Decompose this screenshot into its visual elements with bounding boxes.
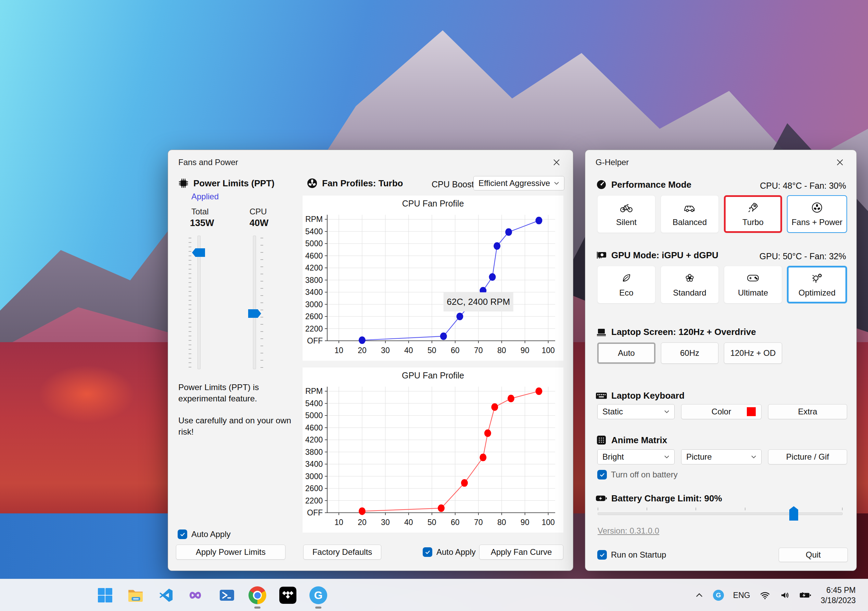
apply-fan-curve-button[interactable]: Apply Fan Curve [479, 544, 563, 560]
svg-text:5400: 5400 [305, 227, 323, 236]
taskbar-clock[interactable]: 6:45 PM 3/18/2023 [821, 585, 856, 606]
keyboard-color-label: Color [711, 407, 731, 417]
battery-icon [595, 493, 607, 504]
auto-apply-fan-label: Auto Apply [436, 547, 476, 557]
ghelper-titlebar[interactable]: G-Helper [585, 150, 856, 175]
svg-text:RPM: RPM [305, 215, 323, 224]
vscode-icon[interactable] [156, 585, 176, 605]
power-limits-heading: Power Limits (PPT) [194, 178, 274, 189]
laptop-icon [595, 326, 607, 338]
car-icon [683, 201, 696, 214]
fan-icon [811, 201, 823, 214]
anime-picture-gif-button[interactable]: Picture / Gif [768, 449, 847, 465]
factory-defaults-button[interactable]: Factory Defaults [303, 544, 381, 560]
power-limits-heading-row: Power Limits (PPT) [178, 177, 274, 189]
tray-g-helper-icon[interactable]: G [713, 590, 724, 601]
battery-slider-track[interactable] [598, 512, 843, 515]
cpu-slider-ticks [260, 238, 263, 371]
anime-brightness-select[interactable]: Bright [597, 449, 674, 465]
anime-brightness-value: Bright [602, 452, 624, 462]
close-icon[interactable] [832, 155, 848, 170]
auto-apply-power-label: Auto Apply [191, 530, 231, 539]
power-limits-status: Applied [191, 192, 219, 201]
gpu-option-optimized[interactable]: Optimized [787, 266, 847, 303]
close-icon[interactable] [549, 155, 564, 170]
svg-text:4200: 4200 [305, 435, 323, 444]
version-link[interactable]: Version: 0.31.0.0 [598, 526, 659, 536]
anime-mode-value: Picture [686, 452, 712, 462]
performance-option-fans-power[interactable]: Fans + Power [787, 195, 847, 233]
file-explorer-icon[interactable] [126, 585, 146, 605]
cpu-boost-select[interactable]: Efficient Aggressive [473, 176, 564, 190]
anime-mode-select[interactable]: Picture [681, 449, 761, 465]
svg-text:90: 90 [521, 346, 530, 355]
total-slider-thumb[interactable] [192, 248, 205, 257]
svg-text:80: 80 [497, 518, 506, 527]
cpu-label: CPU [250, 207, 267, 216]
gpu-fan-chart-svg[interactable]: GPU Fan Profile102030405060708090100OFF2… [302, 367, 563, 533]
checkbox-checked-icon [423, 547, 432, 557]
run-on-startup-checkbox[interactable]: Run on Startup [597, 550, 666, 560]
gamepad-icon [747, 272, 760, 285]
total-value: 135W [190, 218, 214, 229]
screen-heading-row: Laptop Screen: 120Hz + Overdrive [595, 326, 756, 338]
fans-window-title: Fans and Power [178, 157, 238, 167]
visual-studio-icon[interactable] [186, 585, 206, 605]
volume-icon[interactable] [780, 590, 790, 600]
quit-button[interactable]: Quit [779, 548, 848, 562]
gpu-option-eco[interactable]: Eco [597, 266, 656, 303]
cpu-fan-chart[interactable]: CPU Fan Profile102030405060708090100OFF2… [302, 196, 563, 361]
svg-text:OFF: OFF [307, 336, 323, 345]
svg-text:3400: 3400 [305, 288, 323, 297]
fans-window-titlebar[interactable]: Fans and Power [168, 150, 573, 175]
option-label: Silent [616, 218, 637, 227]
cpu-boost-label: CPU Boost [432, 179, 474, 190]
svg-text:4600: 4600 [305, 251, 323, 260]
taskbar-tray: G ENG 6:45 PM 3/18/2023 [695, 579, 856, 611]
svg-text:2600: 2600 [305, 312, 323, 321]
wifi-icon[interactable] [760, 590, 770, 600]
bulb-gear-icon [811, 272, 823, 285]
performance-option-balanced[interactable]: Balanced [660, 195, 719, 233]
turn-off-on-battery-label: Turn off on battery [611, 470, 678, 479]
screen-option-60hz[interactable]: 60Hz [661, 342, 718, 364]
performance-option-silent[interactable]: Silent [597, 195, 656, 233]
cpu-slider-track[interactable] [253, 236, 256, 369]
keyboard-color-button[interactable]: Color [681, 404, 761, 419]
auto-apply-fan-checkbox[interactable]: Auto Apply [423, 547, 476, 557]
cpu-fan-chart-svg[interactable]: CPU Fan Profile102030405060708090100OFF2… [302, 196, 563, 361]
apply-power-limits-button[interactable]: Apply Power Limits [176, 544, 285, 560]
option-label: Turbo [742, 218, 764, 227]
chip-icon [178, 177, 189, 189]
windows-logo-icon [97, 588, 113, 603]
run-on-startup-label: Run on Startup [611, 550, 666, 560]
svg-text:3000: 3000 [305, 472, 323, 481]
chrome-icon[interactable] [248, 585, 267, 605]
gpu-option-ultimate[interactable]: Ultimate [724, 266, 782, 303]
gpu-fan-chart[interactable]: GPU Fan Profile102030405060708090100OFF2… [302, 367, 563, 533]
svg-text:70: 70 [474, 518, 483, 527]
screen-heading: Laptop Screen: 120Hz + Overdrive [611, 327, 756, 337]
auto-apply-power-checkbox[interactable]: Auto Apply [178, 530, 231, 539]
fan-profiles-heading: Fan Profiles: Turbo [322, 178, 403, 189]
clock-time: 6:45 PM [821, 585, 856, 595]
screen-option-auto[interactable]: Auto [597, 342, 656, 364]
start-button[interactable] [95, 585, 115, 605]
keyboard-extra-button[interactable]: Extra [768, 404, 847, 419]
screen-option-120hz-od[interactable]: 120Hz + OD [724, 342, 782, 364]
keyboard-icon [595, 390, 607, 401]
battery-charging-icon[interactable] [799, 591, 812, 599]
performance-option-turbo[interactable]: Turbo [724, 195, 782, 233]
g-helper-taskbar-icon[interactable]: G [308, 585, 328, 605]
keyboard-mode-select[interactable]: Static [597, 404, 674, 419]
powershell-icon[interactable] [217, 585, 237, 605]
cpu-slider-thumb[interactable] [248, 309, 261, 318]
language-indicator[interactable]: ENG [733, 591, 750, 600]
tidal-icon[interactable] [278, 585, 298, 605]
gpu-option-standard[interactable]: Standard [660, 266, 719, 303]
turn-off-on-battery-checkbox[interactable]: Turn off on battery [597, 470, 678, 479]
tray-chevron-up-icon[interactable] [695, 591, 704, 600]
color-swatch [747, 407, 756, 416]
svg-text:90: 90 [521, 518, 530, 527]
svg-text:2200: 2200 [305, 496, 323, 505]
